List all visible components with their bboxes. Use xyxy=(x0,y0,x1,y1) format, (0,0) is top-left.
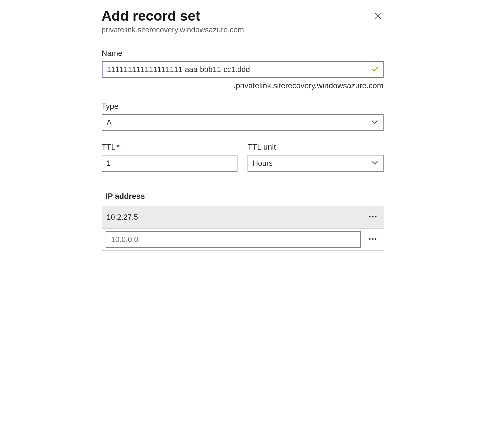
title-block: Add record set privatelink.siterecovery.… xyxy=(102,8,372,34)
svg-point-3 xyxy=(372,216,374,217)
check-icon xyxy=(371,65,379,74)
blade-header: Add record set privatelink.siterecovery.… xyxy=(102,8,384,34)
required-indicator: * xyxy=(117,143,120,151)
ttl-input[interactable] xyxy=(102,155,238,172)
name-input[interactable] xyxy=(102,61,384,78)
more-icon xyxy=(368,234,378,245)
svg-point-7 xyxy=(375,238,376,240)
close-button[interactable] xyxy=(372,11,384,22)
ip-address-section: IP address 10.2.27.5 xyxy=(102,192,384,251)
ip-address-input[interactable] xyxy=(111,235,356,244)
ip-row-more-button[interactable] xyxy=(366,212,380,223)
blade-title: Add record set xyxy=(102,8,372,24)
ttl-row: TTL* TTL unit xyxy=(102,143,384,172)
more-icon xyxy=(368,212,378,223)
ip-input-box xyxy=(106,231,361,248)
add-record-set-blade: Add record set privatelink.siterecovery.… xyxy=(88,0,397,251)
blade-subtitle: privatelink.siterecovery.windowsazure.co… xyxy=(102,26,372,34)
svg-point-2 xyxy=(369,216,370,217)
name-field: Name .privatelink.siterecovery.windowsaz… xyxy=(102,49,384,90)
ttl-unit-select-wrap xyxy=(248,155,384,172)
ttl-field: TTL* xyxy=(102,143,238,172)
name-label: Name xyxy=(102,49,384,58)
svg-point-4 xyxy=(375,216,376,217)
ttl-unit-label: TTL unit xyxy=(248,143,384,152)
type-select[interactable] xyxy=(102,114,384,131)
ip-row-more-button[interactable] xyxy=(366,234,380,245)
name-suffix: .privatelink.siterecovery.windowsazure.c… xyxy=(102,81,384,90)
name-input-wrap xyxy=(102,61,384,78)
ttl-label-text: TTL xyxy=(102,143,116,151)
ttl-unit-field: TTL unit xyxy=(248,143,384,172)
ip-row-existing: 10.2.27.5 xyxy=(102,206,384,229)
ip-address-value: 10.2.27.5 xyxy=(106,213,366,222)
svg-point-6 xyxy=(372,238,374,240)
type-field: Type xyxy=(102,102,384,131)
ttl-label: TTL* xyxy=(102,143,238,152)
ip-address-heading: IP address xyxy=(106,192,384,201)
svg-point-5 xyxy=(369,238,370,240)
ip-row-new xyxy=(102,229,384,251)
ttl-unit-select[interactable] xyxy=(248,155,384,172)
close-icon xyxy=(373,11,382,22)
type-label: Type xyxy=(102,102,384,111)
type-select-wrap xyxy=(102,114,384,131)
